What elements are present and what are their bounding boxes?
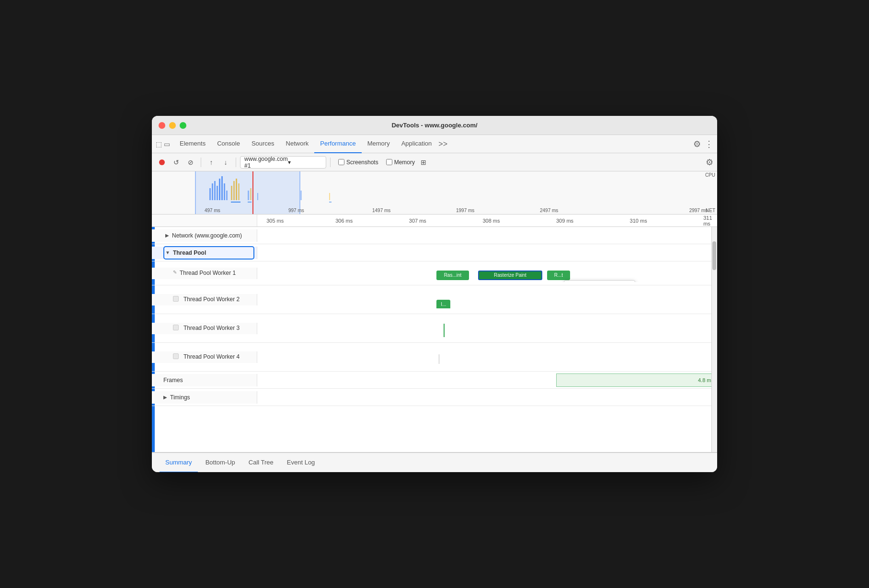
tab-bottom-up[interactable]: Bottom-Up (200, 452, 241, 472)
worker1-label-text: Thread Pool Worker 1 (180, 270, 236, 276)
titlebar: DevTools - www.google.com/ (152, 116, 717, 135)
memory-checkbox[interactable] (386, 159, 392, 165)
timings-label-text: Timings (170, 394, 190, 401)
scrollbar-thumb[interactable] (712, 241, 716, 270)
thread-pool-track-label[interactable]: ▼ Thread Pool (152, 247, 257, 259)
frames-label-text: Frames (163, 377, 183, 384)
more-tabs-button[interactable]: >> (438, 140, 447, 148)
detail-ms-4: 309 ms (556, 218, 573, 224)
record-button[interactable] (156, 156, 168, 169)
vertical-scrollbar[interactable] (711, 227, 717, 452)
record-icon (159, 159, 165, 165)
worker1-event-1[interactable]: Rasterize Paint (478, 271, 542, 280)
window-title: DevTools - www.google.com/ (391, 122, 477, 129)
network-track-content (257, 227, 717, 244)
frames-track-row: Frames 4.8 ms (152, 372, 717, 389)
close-button[interactable] (159, 122, 165, 129)
network-track-row: ▶ Network (www.google.com) (152, 227, 717, 244)
devtools-window: DevTools - www.google.com/ ⬚ ▭ Elements … (152, 116, 717, 472)
thread-pool-track-content (257, 244, 717, 261)
ms-label-3: 1997 ms (456, 208, 540, 213)
detail-ms-row: 305 ms 306 ms 307 ms 308 ms 309 ms 310 m… (152, 215, 717, 227)
maximize-button[interactable] (180, 122, 186, 129)
thread-pool-chevron[interactable]: ▼ (165, 250, 170, 255)
target-select[interactable]: www.google.com #1 ▾ (240, 156, 326, 169)
network-track-label[interactable]: ▶ Network (www.google.com) (152, 229, 257, 242)
frames-bar: 4.8 ms (556, 373, 717, 387)
worker2-track-row: Thread Pool Worker 2 I... (152, 285, 717, 314)
timeline-overview[interactable]: CPU NET 497 ms 997 ms 1497 ms 1997 ms 24… (152, 171, 717, 215)
device-icon[interactable]: ▭ (164, 140, 170, 148)
worker1-track-row: ✎ Thread Pool Worker 1 Ras...int Rasteri… (152, 261, 717, 285)
worker2-content[interactable]: I... (257, 291, 717, 308)
screenshots-label: Screenshots (346, 159, 378, 166)
svg-rect-19 (329, 202, 332, 203)
overview-ms-labels: 497 ms 997 ms 1497 ms 1997 ms 2497 ms 29… (152, 208, 717, 213)
worker3-icon (173, 325, 179, 330)
tab-performance[interactable]: Performance (314, 135, 361, 153)
timings-label[interactable]: ▶ Timings (152, 391, 257, 404)
tab-console[interactable]: Console (211, 135, 246, 153)
toolbar-settings-icon[interactable]: ⚙ (706, 158, 713, 167)
ms-label-0: 497 ms (205, 208, 288, 213)
detail-ms-2: 307 ms (409, 218, 426, 224)
rasterize-tooltip: 1.11 ms Rasterize Paint (564, 280, 635, 282)
worker2-label-text: Thread Pool Worker 2 (183, 296, 240, 303)
capture-settings-icon[interactable]: ⊞ (421, 158, 426, 166)
more-options-icon[interactable]: ⋮ (705, 139, 713, 149)
worker4-content[interactable] (257, 349, 717, 366)
clear-button[interactable]: ⊘ (184, 156, 197, 169)
worker2-label: Thread Pool Worker 2 (152, 294, 257, 305)
screenshots-checkbox-group[interactable]: Screenshots (338, 159, 378, 166)
worker4-label-text: Thread Pool Worker 4 (183, 353, 240, 360)
frames-label: Frames (152, 374, 257, 386)
settings-icon[interactable]: ⚙ (693, 139, 701, 149)
detail-ms-0: 305 ms (266, 218, 284, 224)
download-button[interactable]: ↓ (219, 156, 232, 169)
separator (201, 158, 201, 167)
screenshots-checkbox[interactable] (338, 159, 344, 165)
cursor-icon[interactable]: ⬚ (156, 140, 162, 148)
bottom-tab-bar: Summary Bottom-Up Call Tree Event Log (152, 452, 717, 472)
tab-summary[interactable]: Summary (160, 452, 198, 472)
ms-label-2: 1497 ms (372, 208, 456, 213)
worker4-tiny-event (439, 354, 439, 364)
devtools-tab-bar: ⬚ ▭ Elements Console Sources Network Per… (152, 135, 717, 153)
traffic-lights (159, 122, 186, 129)
worker1-event-0[interactable]: Ras...int (436, 271, 469, 280)
worker3-label-text: Thread Pool Worker 3 (183, 325, 240, 331)
track-area[interactable]: ▶ Network (www.google.com) ▼ Thread Pool… (152, 227, 717, 452)
worker2-icon (173, 296, 179, 302)
upload-button[interactable]: ↑ (205, 156, 217, 169)
tab-network[interactable]: Network (280, 135, 315, 153)
ms-label-4: 2497 ms (540, 208, 624, 213)
worker1-label: ✎ Thread Pool Worker 1 (152, 268, 257, 279)
tab-call-tree[interactable]: Call Tree (243, 452, 279, 472)
tab-event-log[interactable]: Event Log (281, 452, 321, 472)
worker4-label: Thread Pool Worker 4 (152, 351, 257, 363)
thread-pool-track-row: ▼ Thread Pool (152, 244, 717, 261)
reload-button[interactable]: ↺ (170, 156, 183, 169)
worker3-label: Thread Pool Worker 3 (152, 323, 257, 334)
tab-application[interactable]: Application (396, 135, 438, 153)
tab-memory[interactable]: Memory (362, 135, 396, 153)
timings-track-row: ▶ Timings (152, 389, 717, 406)
memory-checkbox-group[interactable]: Memory (386, 159, 415, 166)
worker1-content[interactable]: Ras...int Rasterize Paint R...t 1.11 ms … (257, 265, 717, 282)
worker3-content[interactable] (257, 320, 717, 337)
timings-chevron[interactable]: ▶ (163, 395, 167, 400)
worker1-event-2[interactable]: R...t (547, 271, 570, 280)
network-chevron[interactable]: ▶ (165, 233, 169, 238)
worker2-event-0[interactable]: I... (436, 300, 450, 308)
detail-ms-3: 308 ms (482, 218, 500, 224)
url-value: www.google.com #1 (244, 156, 288, 169)
separator2 (236, 158, 236, 167)
svg-rect-16 (329, 193, 330, 200)
frames-content[interactable]: 4.8 ms (257, 372, 717, 389)
devtools-settings: ⚙ ⋮ (693, 139, 713, 149)
tab-sources[interactable]: Sources (246, 135, 280, 153)
tab-elements[interactable]: Elements (174, 135, 211, 153)
separator3 (330, 158, 331, 167)
worker4-track-row: Thread Pool Worker 4 (152, 343, 717, 372)
minimize-button[interactable] (169, 122, 176, 129)
